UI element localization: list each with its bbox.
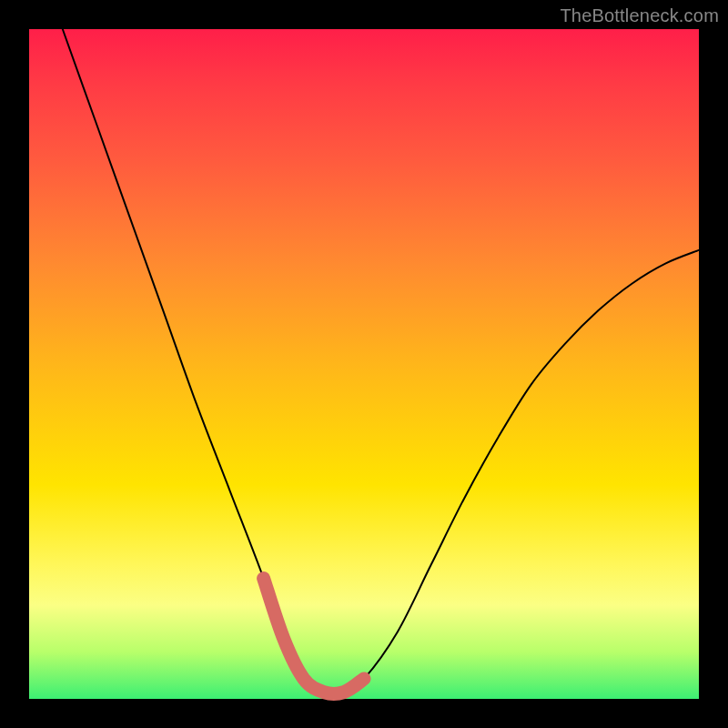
bottleneck-curve xyxy=(63,29,699,693)
optimal-range-highlight xyxy=(264,579,364,694)
chart-frame: TheBottleneck.com xyxy=(0,0,728,728)
chart-svg xyxy=(29,29,699,699)
watermark-text: TheBottleneck.com xyxy=(560,5,719,26)
